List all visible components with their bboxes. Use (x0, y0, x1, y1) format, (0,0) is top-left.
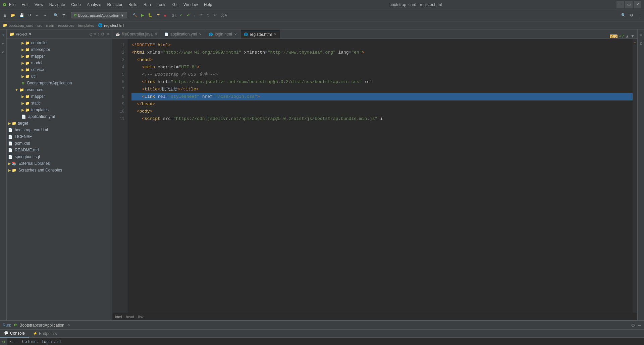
stop-button[interactable]: ■ (162, 11, 168, 20)
tab-close-icon[interactable]: ✕ (199, 32, 202, 36)
tab-application[interactable]: 📄 application.yml ✕ (161, 30, 205, 39)
console-tab[interactable]: 💬 Console (0, 330, 29, 338)
structure-icon[interactable]: S (0, 40, 7, 48)
menu-git[interactable]: Git (170, 2, 180, 8)
menu-edit[interactable]: Edit (19, 2, 31, 8)
tab-close-icon[interactable]: ✕ (274, 32, 276, 36)
menu-tools[interactable]: Tools (154, 2, 169, 8)
save-all-button[interactable]: 💾 (18, 11, 26, 20)
run-button[interactable]: ▶ (140, 11, 146, 20)
project-header-actions[interactable]: ⊙ ≡ ↕ ⚙ ✕ (89, 32, 109, 37)
navigate-button[interactable]: ⇄ (61, 11, 67, 20)
tree-item-model[interactable]: ▶ 📁 model (7, 60, 112, 66)
scroll-up-icon[interactable]: ▲ (625, 34, 629, 39)
project-icon[interactable]: P (0, 31, 7, 39)
menu-navigate[interactable]: Navigate (47, 2, 68, 8)
sort-icon[interactable]: ↕ (98, 32, 100, 37)
commit-icon[interactable]: C (0, 48, 7, 56)
tab-close-icon[interactable]: ✕ (155, 32, 157, 36)
settings-icon[interactable]: ⚙ (101, 32, 105, 37)
git-revert-button[interactable]: ↩ (212, 11, 218, 20)
menu-window[interactable]: Window (181, 2, 201, 8)
git-push-button[interactable]: ↑ (192, 11, 198, 20)
run-minimize-icon[interactable]: ─ (638, 323, 641, 328)
menu-file[interactable]: File (6, 2, 18, 8)
code-editor[interactable]: 1 2 3 4 5 6 7 8 9 10 11 <!DOCTYPE html> … (112, 39, 637, 313)
build-button[interactable]: 🔨 (131, 11, 139, 20)
breadcrumb-src[interactable]: src (37, 23, 42, 27)
crumb-html[interactable]: html (115, 315, 122, 319)
new-file-button[interactable]: 🗎 (1, 11, 8, 20)
more-button[interactable]: ⋮ (636, 11, 643, 20)
tab-login[interactable]: 🌐 login.html ✕ (205, 30, 240, 39)
code-content[interactable]: <!DOCTYPE html> <html xmlns="http://www.… (127, 39, 633, 313)
menu-view[interactable]: View (32, 2, 46, 8)
tree-item-static[interactable]: ▶ 📁 static (7, 100, 112, 107)
search-everywhere-button[interactable]: 🔍 (52, 11, 60, 20)
run-config-dropdown[interactable]: ✿ BootstrapcurdApplication ▼ (71, 12, 127, 18)
tree-item-controller[interactable]: ▶ 📁 controller (7, 40, 112, 46)
open-button[interactable]: 📂 (9, 11, 17, 20)
run-close-tab-icon[interactable]: ✕ (67, 323, 70, 327)
database-icon[interactable]: D (638, 31, 644, 39)
git-pull-button[interactable]: ⟳ (198, 11, 204, 20)
back-button[interactable]: ← (34, 11, 41, 20)
translate-button[interactable]: 文A (219, 11, 228, 20)
window-controls[interactable]: ─ ▭ ✕ (616, 1, 641, 8)
tree-item-resources[interactable]: ▼ 📁 resources (7, 86, 112, 93)
settings-button[interactable]: ⚙ (628, 11, 635, 20)
tree-item-sql[interactable]: 📄 springboot.sql (7, 153, 112, 160)
breadcrumb-project[interactable]: bootstrap_curd (9, 23, 33, 27)
menu-bar[interactable]: File Edit View Navigate Code Analyze Ref… (6, 2, 215, 8)
scroll-to-file-icon[interactable]: ⊙ (89, 32, 93, 37)
menu-analyze[interactable]: Analyze (84, 2, 104, 8)
tree-item-readme[interactable]: 📄 README.md (7, 147, 112, 153)
search-button[interactable]: 🔍 (620, 11, 628, 20)
breadcrumb-templates[interactable]: templates (78, 23, 94, 27)
menu-help[interactable]: Help (201, 2, 215, 8)
tree-item-iml[interactable]: 📄 bootstrap_curd.iml (7, 127, 112, 133)
forward-button[interactable]: → (41, 11, 48, 20)
hide-icon[interactable]: ✕ (106, 32, 109, 37)
crumb-head[interactable]: head (126, 315, 134, 319)
tree-item-mapper[interactable]: ▶ 📁 mapper (7, 53, 112, 60)
tree-item-app-class[interactable]: ✿ BootstrapcurdApplication (7, 80, 112, 86)
tab-register[interactable]: 🌐 register.html ✕ (240, 30, 280, 39)
tree-item-license[interactable]: 📄 LICENSE (7, 133, 112, 140)
console-output[interactable]: <== Column: login.id <== Row: aaa <== To… (7, 338, 644, 345)
tree-item-resources-mapper[interactable]: ▶ 📁 mapper (7, 93, 112, 100)
git-check-button[interactable]: ✓ (178, 11, 184, 20)
menu-build[interactable]: Build (126, 2, 140, 8)
maven-icon[interactable]: M (638, 40, 644, 48)
tree-item-templates[interactable]: ▶ 📁 templates (7, 107, 112, 113)
tree-item-interceptor[interactable]: ▶ 📁 interceptor (7, 46, 112, 53)
minimize-button[interactable]: ─ (616, 1, 624, 8)
collapse-all-icon[interactable]: ≡ (94, 32, 96, 37)
refresh-button[interactable]: ↺ (26, 11, 33, 20)
git-history-button[interactable]: ⊙ (205, 11, 211, 20)
maximize-button[interactable]: ▭ (625, 1, 633, 8)
tree-item-util[interactable]: ▶ 📁 util (7, 73, 112, 80)
tree-item-service[interactable]: ▶ 📁 service (7, 66, 112, 73)
close-button[interactable]: ✕ (634, 1, 641, 8)
restart-button[interactable]: ↺ (1, 339, 7, 345)
menu-code[interactable]: Code (68, 2, 84, 8)
breadcrumb-resources[interactable]: resources (58, 23, 74, 27)
tree-item-pom[interactable]: 📄 pom.xml (7, 140, 112, 147)
crumb-link[interactable]: link (138, 315, 144, 319)
coverage-button[interactable]: ☂ (155, 11, 162, 20)
breadcrumb-current-file[interactable]: register.html (104, 23, 124, 27)
debug-button[interactable]: 🐛 (146, 11, 154, 20)
tree-item-target[interactable]: ▶ 📁 target (7, 120, 112, 127)
tree-item-application-yml[interactable]: 📄 application.yml (7, 113, 112, 120)
tab-close-icon[interactable]: ✕ (234, 32, 237, 36)
endpoints-tab[interactable]: ⚡ Endpoints (29, 330, 61, 338)
menu-refactor[interactable]: Refactor (105, 2, 125, 8)
tree-item-scratches[interactable]: ▶ 📁 Scratches and Consoles (7, 167, 112, 174)
tree-item-external-libs[interactable]: ▶ 📚 External Libraries (7, 160, 112, 167)
git-tick-button[interactable]: ✔ (185, 11, 192, 20)
tab-filecontroller[interactable]: ☕ fileController.java ✕ (112, 30, 161, 39)
menu-run[interactable]: Run (141, 2, 154, 8)
run-settings-icon[interactable]: ⚙ (631, 323, 635, 328)
scroll-down-icon[interactable]: ▼ (631, 34, 635, 39)
